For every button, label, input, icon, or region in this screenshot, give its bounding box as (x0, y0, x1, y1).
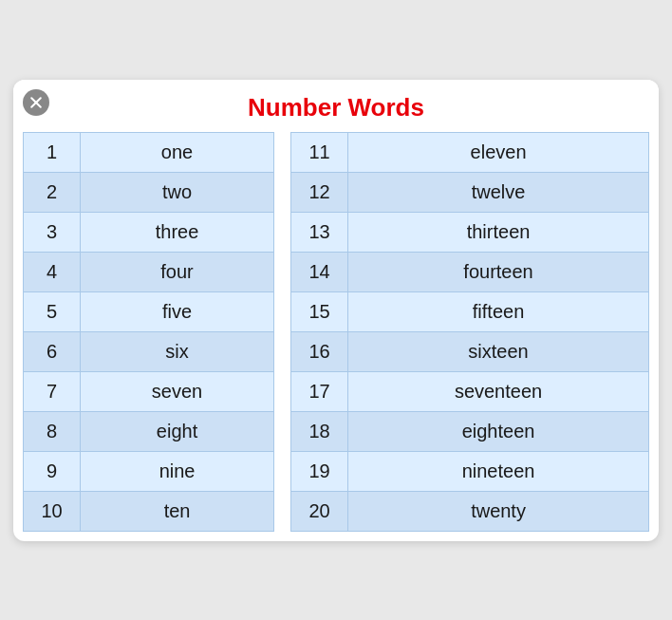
table-row: 7seven17seventeen (24, 371, 649, 411)
number-left: 4 (24, 252, 81, 291)
word-left: one (81, 132, 274, 172)
number-words-card: Number Words 1one11eleven2two12twelve3th… (13, 80, 659, 541)
number-left: 7 (24, 371, 81, 411)
spacer (274, 212, 291, 252)
number-left: 8 (24, 411, 81, 451)
number-right: 17 (291, 371, 348, 411)
table-row: 4four14fourteen (24, 252, 649, 291)
number-right: 13 (291, 212, 348, 252)
number-left: 1 (24, 132, 81, 172)
table-row: 5five15fifteen (24, 291, 649, 331)
spacer (274, 331, 291, 371)
table-wrapper: 1one11eleven2two12twelve3three13thirteen… (13, 132, 659, 541)
word-left: seven (81, 371, 274, 411)
spacer (274, 491, 291, 531)
word-left: ten (81, 491, 274, 531)
word-right: twelve (348, 172, 649, 212)
page-title: Number Words (13, 80, 659, 132)
number-left: 9 (24, 451, 81, 491)
table-row: 9nine19nineteen (24, 451, 649, 491)
number-left: 6 (24, 331, 81, 371)
spacer (274, 411, 291, 451)
word-left: eight (81, 411, 274, 451)
word-left: four (81, 252, 274, 291)
word-left: five (81, 291, 274, 331)
number-left: 5 (24, 291, 81, 331)
spacer (274, 172, 291, 212)
number-right: 12 (291, 172, 348, 212)
table-row: 1one11eleven (24, 132, 649, 172)
number-right: 19 (291, 451, 348, 491)
table-row: 10ten20twenty (24, 491, 649, 531)
number-words-table: 1one11eleven2two12twelve3three13thirteen… (23, 132, 649, 532)
number-right: 18 (291, 411, 348, 451)
spacer (274, 291, 291, 331)
word-left: three (81, 212, 274, 252)
word-right: seventeen (348, 371, 649, 411)
word-right: nineteen (348, 451, 649, 491)
word-right: fifteen (348, 291, 649, 331)
number-right: 15 (291, 291, 348, 331)
word-right: sixteen (348, 331, 649, 371)
spacer (274, 451, 291, 491)
word-left: two (81, 172, 274, 212)
close-button[interactable] (23, 89, 49, 116)
word-left: six (81, 331, 274, 371)
word-left: nine (81, 451, 274, 491)
table-row: 6six16sixteen (24, 331, 649, 371)
spacer (274, 371, 291, 411)
number-left: 2 (24, 172, 81, 212)
word-right: thirteen (348, 212, 649, 252)
word-right: eighteen (348, 411, 649, 451)
spacer (274, 132, 291, 172)
number-left: 10 (24, 491, 81, 531)
number-right: 20 (291, 491, 348, 531)
table-row: 3three13thirteen (24, 212, 649, 252)
number-left: 3 (24, 212, 81, 252)
word-right: twenty (348, 491, 649, 531)
table-row: 8eight18eighteen (24, 411, 649, 451)
number-right: 11 (291, 132, 348, 172)
table-row: 2two12twelve (24, 172, 649, 212)
spacer (274, 252, 291, 291)
word-right: fourteen (348, 252, 649, 291)
number-right: 16 (291, 331, 348, 371)
word-right: eleven (348, 132, 649, 172)
close-icon (28, 95, 44, 110)
number-right: 14 (291, 252, 348, 291)
